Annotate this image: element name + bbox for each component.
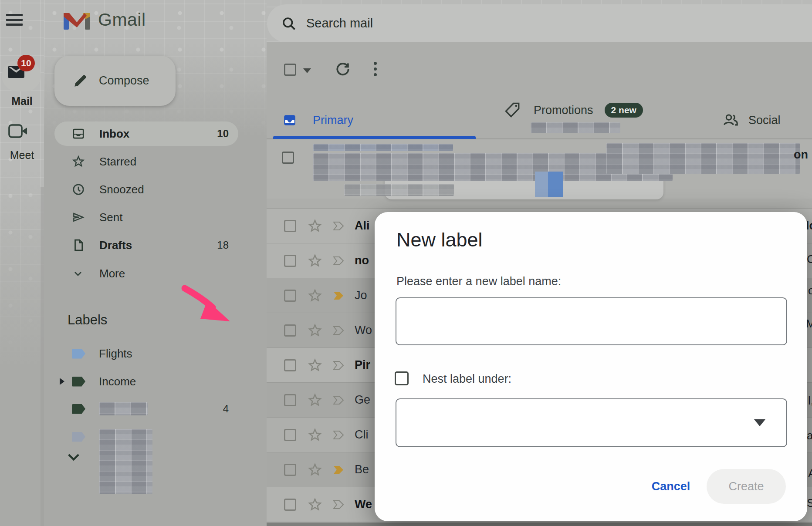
inbox-count: 10 [217,128,229,140]
expand-label-arrow-icon[interactable] [60,378,64,385]
star-icon[interactable] [308,393,322,408]
more-label: More [99,267,125,280]
row-checkbox[interactable] [284,290,296,302]
sidebar-item-sent[interactable]: Sent [54,205,238,229]
sidebar-item-snoozed[interactable]: Snoozed [54,177,238,202]
compose-label: Compose [99,74,149,88]
star-icon[interactable] [308,428,322,442]
labels-section-header: Labels [68,307,250,333]
label-name-prompt: Please enter a new label name: [396,275,561,288]
clock-icon [72,183,86,196]
row-checkbox[interactable] [284,394,296,406]
row-checkbox[interactable] [284,324,296,337]
star-icon[interactable] [308,497,322,512]
row-checkbox[interactable] [284,499,296,511]
social-tab-label: Social [748,114,781,127]
row-checkbox[interactable] [284,359,296,371]
star-icon[interactable] [308,219,322,233]
label-tag-icon [72,349,85,359]
sidebar-item-starred[interactable]: Starred [54,149,238,174]
promotions-tag-icon [503,101,522,120]
importance-marker-icon-important[interactable] [333,291,345,300]
chevron-down-icon [72,267,86,280]
email-row-redacted[interactable] [267,140,812,199]
sender-name: Ali [355,219,370,233]
sender-name: We [355,498,372,511]
importance-marker-icon[interactable] [333,221,345,231]
importance-marker-icon[interactable] [333,256,345,266]
sidebar-item-inbox[interactable]: Inbox 10 [54,121,238,146]
row-checkbox[interactable] [284,464,296,476]
search-bar[interactable] [267,4,812,42]
importance-marker-icon[interactable] [333,430,345,440]
collapse-chevron-icon[interactable] [66,452,81,463]
promotions-tab-label: Promotions [534,104,593,117]
row-checkbox[interactable] [284,429,296,441]
send-icon [72,211,86,224]
sidebar-label-income[interactable]: Income [54,369,238,394]
refresh-button[interactable] [335,61,351,78]
meet-camera-icon [8,124,28,138]
row-checkbox[interactable] [282,152,294,164]
primary-tab-label: Primary [313,114,353,127]
active-tab-indicator [273,136,476,139]
star-icon[interactable] [308,462,322,477]
cancel-button[interactable]: Cancel [638,469,704,504]
clipped-text-fragment: l, [808,394,812,408]
new-label-dialog: New label Please enter a new label name:… [375,212,807,521]
search-input[interactable] [306,16,655,30]
sender-name: Cli [355,428,369,442]
compose-pencil-icon [73,74,88,88]
bottom-edge [267,523,812,526]
sender-name: Wo [355,324,372,337]
inbox-icon [72,127,86,140]
mail-label: Mail [0,95,44,108]
select-all-checkbox[interactable] [284,64,296,76]
label-name-input[interactable] [396,297,787,345]
importance-marker-icon[interactable] [333,326,345,335]
draft-file-icon [72,239,86,252]
tab-social[interactable]: Social [722,101,781,139]
star-icon[interactable] [308,288,322,303]
redacted-label-name [99,402,148,415]
labels-title: Labels [68,312,107,328]
star-icon[interactable] [308,358,322,373]
sidebar-label-flights[interactable]: Flights [54,341,238,366]
more-options-icon[interactable] [374,62,377,79]
main-menu-icon[interactable] [6,14,23,27]
social-people-icon [722,111,740,129]
gmail-logo[interactable]: Gmail [64,10,146,30]
compose-button[interactable]: Compose [54,56,176,106]
sidebar-label-redacted-1[interactable]: 4 [54,397,238,421]
tab-primary[interactable]: Primary [283,101,353,139]
drafts-count: 18 [217,239,229,251]
row-checkbox[interactable] [284,220,296,232]
importance-marker-icon-important[interactable] [333,465,345,475]
label-tag-icon [72,432,85,442]
meet-label: Meet [0,149,44,162]
row-checkbox[interactable] [284,255,296,267]
gmail-app: 10 Mail Meet Gmail [0,0,812,526]
sidebar-item-drafts[interactable]: Drafts 18 [54,233,238,257]
importance-marker-icon[interactable] [333,361,345,370]
gmail-wordmark: Gmail [98,10,146,30]
rail-item-meet[interactable]: Meet [0,124,44,167]
importance-marker-icon[interactable] [333,395,345,405]
star-icon[interactable] [308,253,322,268]
rail-item-mail[interactable]: 10 Mail [0,55,44,107]
label-name: Income [99,375,136,388]
importance-marker-icon[interactable] [333,500,345,509]
nest-label-checkbox[interactable] [395,371,409,385]
create-button[interactable]: Create [707,469,786,504]
sidebar-item-more[interactable]: More [54,261,238,286]
label-tag-icon [72,377,85,387]
inbox-label: Inbox [99,127,129,141]
redacted-sidebar-content [99,429,152,494]
star-icon[interactable] [308,323,322,338]
list-toolbar [267,57,812,83]
clipped-text-fragment: o [808,284,812,297]
mail-unread-badge: 10 [17,55,35,71]
rail-divider [41,187,44,526]
select-dropdown-icon[interactable] [303,68,311,73]
parent-label-select[interactable] [396,398,787,447]
